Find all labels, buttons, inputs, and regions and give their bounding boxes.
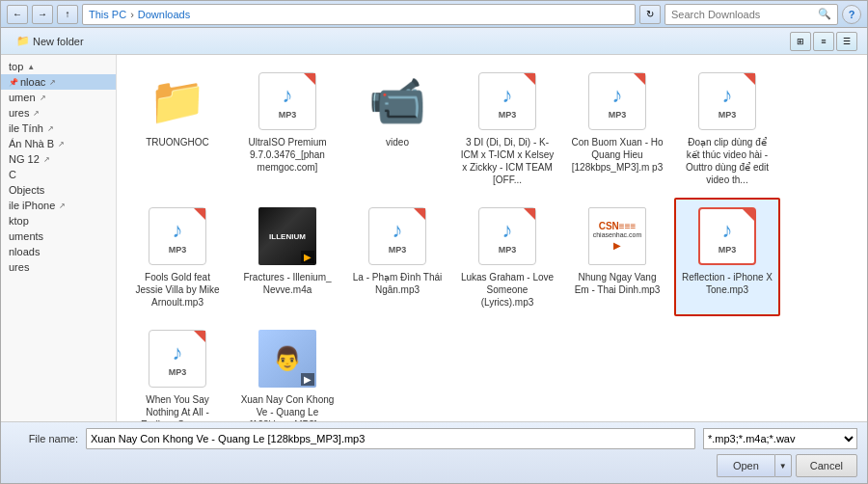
file-name: 3 DI (Di, Di, Di) - K-ICM x T-ICM x Kels…	[460, 136, 555, 186]
sidebar-item-downloads[interactable]: 📌 nloac ↗	[1, 74, 116, 90]
list-item[interactable]: 📹 video	[344, 63, 450, 194]
open-button-group: Open ▼	[717, 454, 792, 477]
folder-icon: 📁	[147, 70, 208, 132]
list-item[interactable]: ♪ MP3 UltraISO Premium 9.7.0.3476_[phan …	[234, 63, 340, 194]
sidebar-label: ures	[9, 107, 29, 119]
breadcrumb-downloads[interactable]: Downloads	[138, 9, 190, 20]
sidebar-label: ures	[9, 261, 29, 273]
view-grid-button[interactable]: ⊞	[790, 32, 811, 51]
filetype-select[interactable]: *.mp3;*.m4a;*.wav	[703, 428, 857, 449]
sidebar-label: ile Tính	[9, 122, 43, 134]
sidebar-label: NG 12	[9, 153, 40, 165]
breadcrumb-sep1: ›	[130, 9, 134, 20]
up-button[interactable]: ↑	[57, 5, 78, 24]
chevron-icon: ↗	[58, 140, 65, 148]
mp3-icon: ♪ MP3	[476, 70, 538, 132]
mp3-icon: ♪ MP3	[696, 70, 758, 132]
search-input[interactable]	[671, 9, 814, 20]
filename-label: File name:	[11, 433, 78, 444]
sidebar-label: Objects	[9, 184, 44, 196]
main-area: top ▲ 📌 nloac ↗ umen ↗ ures ↗ ile Tính ↗	[1, 55, 867, 421]
sidebar-item-uments[interactable]: uments	[1, 229, 116, 244]
breadcrumb-this-pc[interactable]: This PC	[89, 9, 126, 20]
buttons-row: Open ▼ Cancel	[11, 454, 857, 477]
chevron-icon: ↗	[59, 202, 66, 210]
mp3-selected-icon: ♪ MP3	[696, 205, 758, 267]
sidebar-label: top	[9, 61, 23, 72]
list-item[interactable]: ♪ MP3 Fools Gold feat Jessie Villa by Mi…	[124, 198, 231, 316]
sidebar-item-pictures[interactable]: ures ↗	[1, 105, 116, 121]
list-item[interactable]: ♪ MP3 Reflection - iPhone X Tone.mp3	[674, 198, 780, 316]
open-dropdown-button[interactable]: ▼	[774, 454, 792, 477]
quanle-thumb-icon: 👨	[257, 328, 318, 390]
open-button[interactable]: Open	[717, 454, 774, 477]
sidebar-item-desktop[interactable]: ktop	[1, 213, 116, 229]
file-name: Fractures - Illenium_ Nevve.m4a	[240, 271, 335, 296]
folder-icon: 📁	[16, 35, 30, 47]
list-item[interactable]: ♪ MP3 Con Buom Xuan - Ho Quang Hieu [128…	[564, 63, 670, 194]
sidebar-label: nloac	[20, 76, 45, 88]
file-name: Đoạn clip dùng để kết thúc video hài - O…	[680, 136, 774, 186]
forward-button[interactable]: →	[32, 5, 53, 24]
sidebar-label: Án Nhà B	[9, 138, 54, 149]
chevron-icon: ↗	[40, 94, 46, 102]
sidebar-pin-icon: 📌	[9, 78, 18, 87]
chevron-icon: ↗	[47, 124, 54, 133]
file-name: Con Buom Xuan - Ho Quang Hieu [128kbps_M…	[570, 136, 665, 174]
list-item[interactable]: 📁 TRUONGHOC	[124, 63, 231, 194]
sidebar-label: ile iPhone	[9, 200, 55, 211]
title-bar: ← → ↑ This PC › Downloads ↻ 🔍 ?	[1, 1, 867, 28]
help-button[interactable]: ?	[842, 5, 861, 24]
mp3-icon: ♪ MP3	[147, 328, 208, 390]
new-folder-button[interactable]: 📁 New folder	[11, 33, 90, 49]
open-file-dialog: ← → ↑ This PC › Downloads ↻ 🔍 ? 📁 New fo…	[0, 0, 868, 484]
sidebar-item-top[interactable]: top ▲	[1, 59, 116, 74]
file-name: Xuan Nay Con Khong Ve - Quang Le [128kbp…	[240, 393, 335, 421]
mp3-icon: ♪ MP3	[586, 70, 648, 132]
list-item[interactable]: CSN≡≡≡ chiasenhac.com ▶ Nhung Ngay Vang …	[564, 198, 670, 316]
mp3-icon: ♪ MP3	[257, 70, 318, 132]
filename-row: File name: *.mp3;*.m4a;*.wav	[11, 428, 857, 449]
file-grid: 📁 TRUONGHOC ♪ MP3 UltraISO Premium 9.7.0…	[117, 55, 867, 421]
sidebar-item-iphone[interactable]: ile iPhone ↗	[1, 198, 116, 213]
view-list-button[interactable]: ≡	[813, 32, 834, 51]
sidebar-item-ng12[interactable]: NG 12 ↗	[1, 151, 116, 167]
filename-input[interactable]	[86, 428, 695, 449]
list-item[interactable]: ♪ MP3 When You Say Nothing At All - Endl…	[124, 320, 231, 421]
toolbar: 📁 New folder ⊞ ≡ ☰	[1, 28, 867, 55]
list-item[interactable]: ♪ MP3 Đoạn clip dùng để kết thúc video h…	[674, 63, 780, 194]
file-name: TRUONGHOC	[146, 136, 209, 148]
view-buttons: ⊞ ≡ ☰	[790, 32, 857, 51]
list-item[interactable]: 👨 Xuan Nay Con Khong Ve - Quang Le [128k…	[234, 320, 340, 421]
chevron-icon: ▲	[27, 63, 35, 71]
sidebar: top ▲ 📌 nloac ↗ umen ↗ ures ↗ ile Tính ↗	[1, 55, 117, 421]
file-name: Lukas Graham - Love Someone (Lyrics).mp3	[460, 271, 555, 309]
cancel-button[interactable]: Cancel	[796, 454, 857, 477]
chevron-icon: ↗	[33, 109, 40, 118]
list-item[interactable]: ♪ MP3 La - Phạm Đình Thái Ngân.mp3	[344, 198, 450, 316]
csn-thumb-icon: CSN≡≡≡ chiasenhac.com ▶	[586, 205, 648, 267]
sidebar-item-objects[interactable]: Objects	[1, 182, 116, 198]
file-name: Reflection - iPhone X Tone.mp3	[680, 271, 774, 296]
file-name: Nhung Ngay Vang Em - Thai Dinh.mp3	[570, 271, 665, 296]
list-item[interactable]: ♪ MP3 Lukas Graham - Love Someone (Lyric…	[454, 198, 560, 316]
sidebar-label: uments	[9, 230, 43, 242]
file-name: Fools Gold feat Jessie Villa by Mike Arn…	[130, 271, 225, 309]
refresh-button[interactable]: ↻	[639, 5, 661, 24]
chevron-icon: ↗	[49, 78, 56, 87]
back-button[interactable]: ←	[7, 5, 28, 24]
sidebar-item-nloads[interactable]: nloads	[1, 244, 116, 259]
list-item[interactable]: ILLENIUM Fractures - Illenium_ Nevve.m4a	[234, 198, 340, 316]
list-item[interactable]: ♪ MP3 3 DI (Di, Di, Di) - K-ICM x T-ICM …	[454, 63, 560, 194]
file-name: When You Say Nothing At All - Endless Su…	[130, 393, 225, 421]
sidebar-item-documents[interactable]: umen ↗	[1, 90, 116, 105]
sidebar-item-c[interactable]: C	[1, 167, 116, 182]
sidebar-item-ures[interactable]: ures	[1, 259, 116, 275]
sidebar-item-an-nha[interactable]: Án Nhà B ↗	[1, 136, 116, 151]
search-icon: 🔍	[818, 8, 831, 20]
nav-area: ← → ↑ This PC › Downloads ↻ 🔍 ?	[7, 4, 861, 25]
view-details-button[interactable]: ☰	[836, 32, 857, 51]
sidebar-label: nloads	[9, 246, 40, 257]
sidebar-label: C	[9, 169, 16, 180]
sidebar-item-file-tinh[interactable]: ile Tính ↗	[1, 121, 116, 136]
